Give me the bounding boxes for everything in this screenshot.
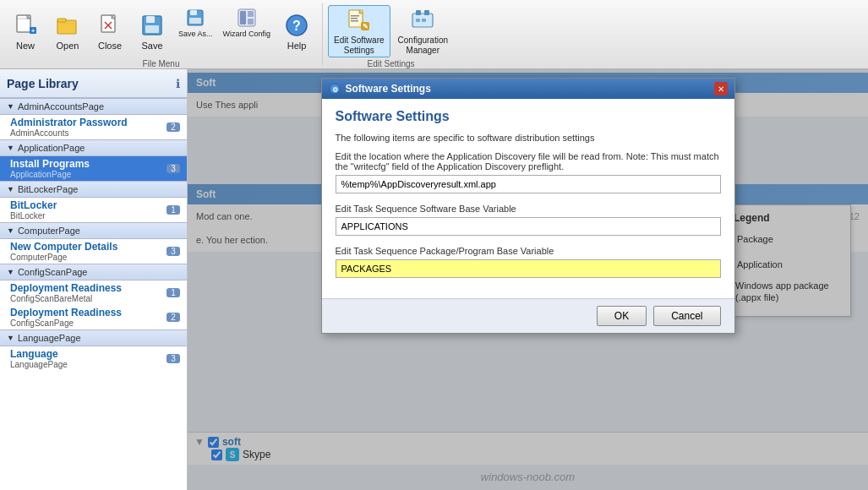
app-discovery-input[interactable] xyxy=(336,175,721,193)
collapse-icon: ▼ xyxy=(7,226,14,235)
list-item[interactable]: Administrator Password AdminAccounts 2 xyxy=(0,115,187,139)
main-area: Page Library ℹ ▼ AdminAccountsPage Admin… xyxy=(0,69,868,490)
sidebar-item-sub: BitLocker xyxy=(10,211,57,220)
modal-title: Software Settings xyxy=(336,109,721,124)
sidebar-badge: 1 xyxy=(167,288,180,297)
save-as-icon xyxy=(185,8,205,28)
list-item[interactable]: Deployment Readiness ConfigScanBareMetal… xyxy=(0,280,187,305)
sidebar-section-application[interactable]: ▼ ApplicationPage xyxy=(0,139,187,156)
modal-titlebar-left: ⚙ Software Settings xyxy=(329,83,431,95)
modal-section-3-label: Edit Task Sequence Package/Program Base … xyxy=(336,246,721,256)
svg-text:⚙: ⚙ xyxy=(331,86,337,94)
collapse-icon: ▼ xyxy=(7,185,14,193)
info-icon[interactable]: ℹ xyxy=(176,77,180,90)
sidebar-section-computer[interactable]: ▼ ComputerPage xyxy=(0,222,187,239)
save-button[interactable]: Save xyxy=(132,5,172,57)
edit-settings-group: ✎ Edit SoftwareSettings xyxy=(323,3,459,65)
svg-rect-17 xyxy=(189,18,201,24)
svg-text:✎: ✎ xyxy=(362,23,368,30)
page-library-header: Page Library ℹ xyxy=(0,69,187,98)
svg-rect-19 xyxy=(240,11,246,24)
sidebar-item-label[interactable]: Administrator Password xyxy=(10,117,128,128)
modal-footer: OK Cancel xyxy=(322,298,734,333)
modal-settings-icon: ⚙ xyxy=(329,83,341,95)
modal-section-1-label: Edit the location where the Application … xyxy=(336,151,721,172)
collapse-icon: ▼ xyxy=(7,144,14,152)
svg-rect-16 xyxy=(190,10,197,15)
sidebar-section-language[interactable]: ▼ LanguagePage xyxy=(0,329,187,346)
list-item[interactable]: BitLocker BitLocker 1 xyxy=(0,198,187,222)
list-item[interactable]: New Computer Details ComputerPage 3 xyxy=(0,239,187,264)
new-icon: + xyxy=(12,12,39,39)
configuration-manager-button[interactable]: ConfigurationManager xyxy=(392,5,454,57)
svg-rect-36 xyxy=(416,19,420,22)
sidebar-section-configscan[interactable]: ▼ ConfigScanPage xyxy=(0,264,187,280)
sidebar-item-sub: AdminAccounts xyxy=(10,128,128,138)
list-item[interactable]: Install Programs ApplicationPage 3 xyxy=(0,156,187,181)
sidebar-section-admin[interactable]: ▼ AdminAccountsPage xyxy=(0,98,187,115)
edit-software-settings-icon: ✎ xyxy=(346,7,373,34)
file-menu-label: File Menu xyxy=(143,57,180,68)
modal-overlay: ⚙ Software Settings ✕ Software Settings … xyxy=(188,69,868,490)
sidebar-item-label[interactable]: Deployment Readiness xyxy=(10,307,122,318)
svg-rect-6 xyxy=(57,19,66,22)
help-icon: ? xyxy=(283,12,310,39)
software-base-variable-input[interactable] xyxy=(336,217,721,236)
sidebar-item-sub: ConfigScanBareMetal xyxy=(10,294,122,303)
svg-rect-27 xyxy=(351,18,358,19)
svg-rect-20 xyxy=(248,11,254,17)
modal-titlebar-text: Software Settings xyxy=(346,83,431,95)
open-button[interactable]: Open xyxy=(47,5,88,57)
svg-text:?: ? xyxy=(292,19,301,33)
close-button[interactable]: Close xyxy=(90,5,130,57)
sidebar-item-sub: ConfigScanPage xyxy=(10,318,122,328)
sidebar-badge: 3 xyxy=(167,164,180,173)
sidebar: Page Library ℹ ▼ AdminAccountsPage Admin… xyxy=(0,69,188,490)
list-item[interactable]: Deployment Readiness ConfigScanPage 2 xyxy=(0,305,187,329)
modal-titlebar: ⚙ Software Settings ✕ xyxy=(322,79,734,99)
svg-rect-14 xyxy=(145,25,159,33)
sidebar-badge: 2 xyxy=(167,122,180,132)
sidebar-item-label[interactable]: Language xyxy=(10,348,68,360)
modal-description: The following items are specific to soft… xyxy=(336,133,721,143)
save-as-button[interactable]: Save As... xyxy=(174,5,217,57)
sidebar-scroll[interactable]: ▼ AdminAccountsPage Administrator Passwo… xyxy=(0,98,187,490)
modal-body: Software Settings The following items ar… xyxy=(322,99,734,298)
page-library-title: Page Library xyxy=(7,77,79,90)
wizard-config-button[interactable]: Wizard Config xyxy=(219,5,276,57)
svg-text:+: + xyxy=(31,27,35,35)
sidebar-item-label[interactable]: BitLocker xyxy=(10,199,57,211)
wizard-config-icon xyxy=(237,8,257,28)
sidebar-item-label[interactable]: Deployment Readiness xyxy=(10,282,122,294)
package-base-variable-input[interactable] xyxy=(336,259,721,278)
modal-section-3: Edit Task Sequence Package/Program Base … xyxy=(336,246,721,278)
cancel-button[interactable]: Cancel xyxy=(653,306,720,326)
close-icon xyxy=(96,12,123,39)
modal-close-button[interactable]: ✕ xyxy=(714,82,728,95)
software-settings-modal: ⚙ Software Settings ✕ Software Settings … xyxy=(321,78,735,334)
sidebar-item-label[interactable]: New Computer Details xyxy=(10,241,117,253)
save-icon xyxy=(139,12,166,39)
svg-rect-21 xyxy=(248,19,254,24)
content-area: Soft Use Thes appli Soft Mod can one. r … xyxy=(188,69,868,490)
ok-button[interactable]: OK xyxy=(597,306,647,326)
sidebar-item-sub: LanguagePage xyxy=(10,360,68,369)
list-item[interactable]: Language LanguagePage 3 xyxy=(0,346,187,371)
sidebar-item-label[interactable]: Install Programs xyxy=(10,158,90,170)
modal-section-1: Edit the location where the Application … xyxy=(336,151,721,193)
help-button[interactable]: ? Help xyxy=(276,5,317,57)
edit-software-settings-button[interactable]: ✎ Edit SoftwareSettings xyxy=(328,5,390,57)
modal-section-2: Edit Task Sequence Software Base Variabl… xyxy=(336,204,721,236)
svg-rect-26 xyxy=(351,15,359,17)
new-button[interactable]: + New xyxy=(5,5,46,57)
toolbar: + New Open xyxy=(0,0,868,69)
sidebar-badge: 2 xyxy=(167,313,180,322)
collapse-icon: ▼ xyxy=(7,102,14,111)
sidebar-item-sub: ComputerPage xyxy=(10,253,117,262)
svg-rect-37 xyxy=(422,19,426,22)
sidebar-badge: 3 xyxy=(167,354,180,363)
svg-rect-28 xyxy=(351,20,358,22)
collapse-icon: ▼ xyxy=(7,334,14,342)
sidebar-badge: 1 xyxy=(167,205,180,215)
sidebar-section-bitlocker[interactable]: ▼ BitLockerPage xyxy=(0,181,187,198)
